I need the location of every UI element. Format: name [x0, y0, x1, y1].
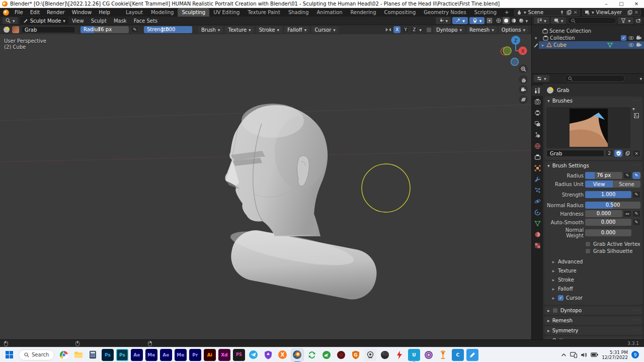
app-blender[interactable] [291, 349, 303, 361]
zoom-button[interactable] [519, 64, 528, 73]
tab-object-data[interactable] [532, 218, 543, 229]
brush-settings-header[interactable]: ▼ Brush Settings ···· [544, 161, 642, 170]
brush-preview-image[interactable] [570, 109, 608, 147]
brush-image-icon[interactable] [632, 112, 640, 119]
hardness-slider[interactable]: 0.000 [585, 210, 622, 217]
subpanel-stroke[interactable]: ▶Stroke [546, 276, 640, 284]
app-lightning[interactable] [393, 349, 406, 361]
app-daemon-tools[interactable] [335, 349, 347, 361]
ortho-toggle-button[interactable] [519, 95, 528, 104]
taskbar-search[interactable]: Search [19, 349, 54, 360]
cursor-checkbox[interactable]: ✓ [558, 295, 564, 301]
radius-slider[interactable]: 76 px [585, 172, 622, 179]
app-tor[interactable] [423, 349, 435, 361]
tab-world[interactable] [532, 141, 543, 151]
tab-modeling[interactable]: Modeling [147, 8, 178, 17]
remove-view-layer-icon[interactable]: ✕ [634, 10, 638, 15]
app-sphere[interactable] [379, 349, 391, 361]
collection-checkbox[interactable]: ✓ [621, 35, 626, 41]
minimize-button[interactable]: – [599, 0, 614, 8]
menu-view[interactable]: View [68, 17, 88, 25]
app-msi-center[interactable] [262, 349, 274, 361]
falloff-dropdown[interactable]: Falloff▼ [284, 26, 309, 33]
properties-search[interactable] [565, 75, 625, 82]
strength-slider[interactable]: 1.000 [585, 191, 631, 198]
app-webcam[interactable] [364, 349, 376, 361]
app-calculator[interactable] [87, 349, 99, 361]
radius-pressure-toggle[interactable]: ✎ [632, 172, 640, 179]
app-xampp[interactable]: X [277, 349, 289, 361]
battery-icon[interactable] [591, 352, 598, 357]
tab-particles[interactable] [532, 185, 543, 196]
overlays-dropdown[interactable]: ▼ [469, 17, 485, 24]
subpanel-advanced[interactable]: ▶Advanced [546, 258, 640, 265]
duplicate-brush-button[interactable] [623, 150, 631, 157]
view-layer-selector[interactable]: ▼ ViewLayer ✕ [582, 9, 641, 16]
tab-collection[interactable] [532, 152, 543, 162]
shading-material-button[interactable] [510, 17, 517, 24]
tray-chevron-up-icon[interactable] [561, 353, 567, 357]
remesh-panel-header[interactable]: ▶ Remesh ···· [544, 316, 642, 325]
pin-icon[interactable] [559, 10, 565, 15]
menu-mask[interactable]: Mask [110, 17, 130, 25]
tab-compositing[interactable]: Compositing [380, 8, 420, 17]
brush-preview-thumb[interactable] [12, 26, 19, 33]
tab-render[interactable] [532, 97, 543, 107]
brush-dropdown[interactable]: Brush▼ [198, 26, 223, 33]
radius-slider[interactable]: Radius 76 px [80, 26, 129, 33]
tab-animation[interactable]: Animation [313, 8, 347, 17]
tab-view-layer[interactable] [532, 119, 543, 129]
grab-active-vertex-checkbox[interactable] [585, 241, 591, 247]
add-workspace-button[interactable]: + [501, 8, 513, 17]
tab-constraints[interactable] [532, 207, 543, 218]
tab-material[interactable] [532, 229, 543, 240]
app-cookie[interactable]: C [452, 349, 464, 361]
mode-dropdown[interactable]: Sculpt Mode ▼ [20, 17, 68, 24]
menu-file[interactable]: File [11, 8, 27, 17]
tab-sculpting[interactable]: Sculpting [178, 8, 209, 17]
app-after-effects[interactable]: Ae [131, 349, 143, 361]
scene-selector[interactable]: ▼ Scene ✕ [514, 9, 580, 16]
menu-face-sets[interactable]: Face Sets [130, 17, 161, 25]
app-uplay[interactable]: U [408, 349, 420, 361]
options-dropdown[interactable]: Options▼ [499, 26, 528, 33]
outliner-view-layer-dropdown[interactable]: ▼ [551, 17, 567, 24]
hide-eye-icon[interactable] [628, 42, 634, 48]
menu-help[interactable]: Help [95, 8, 114, 17]
properties-options-icon[interactable]: ▼ [639, 77, 642, 80]
auto-smooth-slider[interactable]: 0.000 [585, 219, 631, 226]
radius-unit-scene[interactable]: Scene [613, 180, 640, 188]
symmetry-panel-header[interactable]: ▶ Symmetry ···· [544, 326, 642, 335]
panel-grip-icon[interactable]: ···· [632, 318, 639, 323]
shading-solid-button[interactable] [503, 17, 510, 24]
brush-list-dropdown-icon[interactable]: ▼ [632, 107, 640, 111]
app-after-effects-2[interactable]: Ae [160, 349, 172, 361]
app-notes[interactable] [466, 349, 478, 361]
outliner-filter-button[interactable]: ▼ [618, 17, 633, 24]
start-button[interactable] [4, 349, 16, 361]
gizmos-dropdown[interactable]: ▼ [452, 17, 468, 24]
notification-badge[interactable]: 9 [631, 351, 639, 358]
tab-uv-editing[interactable]: UV Editing [209, 8, 244, 17]
unlink-brush-button[interactable]: × [632, 150, 640, 157]
camera-view-button[interactable] [519, 85, 528, 94]
app-premiere[interactable]: Pr [189, 349, 201, 361]
brush-name-field[interactable]: Grab [546, 150, 604, 157]
shading-dropdown-icon[interactable]: ▼ [525, 19, 528, 23]
menu-sculpt[interactable]: Sculpt [88, 17, 110, 25]
radius-unit-view[interactable]: View [585, 180, 613, 188]
brush-users-count[interactable]: 2 [605, 150, 613, 157]
dyntopo-panel-header[interactable]: ▶ Dyntopo ···· [544, 306, 642, 315]
shading-rendered-button[interactable] [518, 17, 525, 24]
collection-row[interactable]: ▼ Collection ✓ [532, 34, 644, 41]
radius-unit-segmented[interactable]: View Scene [585, 180, 640, 188]
app-file-explorer[interactable] [72, 349, 85, 361]
tab-scene[interactable] [532, 130, 543, 140]
symmetry-x-toggle[interactable]: X [393, 26, 400, 33]
app-freefilesync[interactable] [306, 349, 318, 361]
expand-icon[interactable]: ▼ [534, 36, 538, 40]
app-gog[interactable]: G [350, 349, 362, 361]
tab-layout[interactable]: Layout [122, 8, 147, 17]
menu-render[interactable]: Render [43, 8, 68, 17]
unlink-scene-icon[interactable]: ✕ [574, 10, 578, 15]
